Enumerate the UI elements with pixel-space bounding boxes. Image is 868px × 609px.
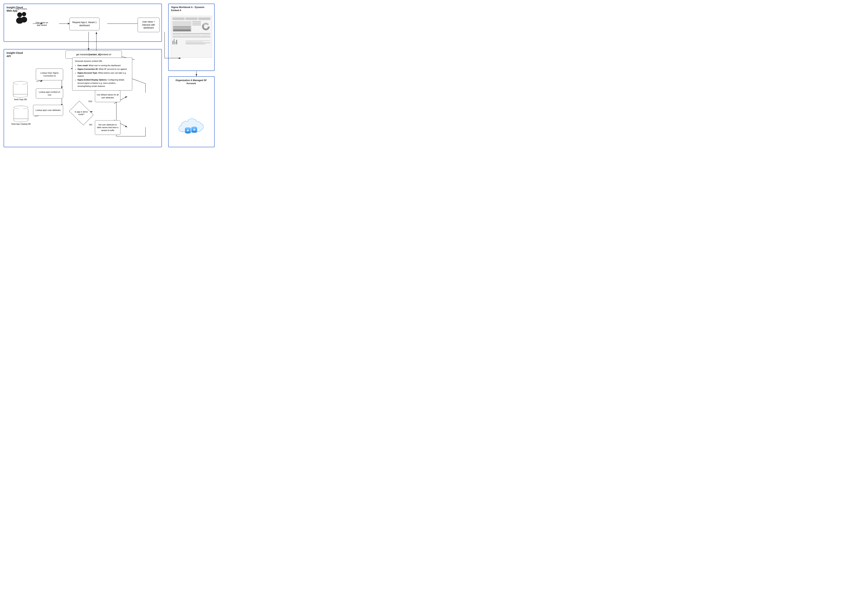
user-views-interacts-box: User views + interacts with dashboard [138,18,160,32]
preview-text-bar1 [192,21,201,22]
seek-app-catalog-label: Seek App Catalog DB [11,123,31,125]
ptr1 [186,40,211,41]
generate-title: Generate dynamic embed URL [75,60,129,63]
lookup-org-sigma-box: Lookup Org's Sigma Connection id [36,68,63,80]
preview-chart-bar3 [173,29,191,31]
svg-point-39 [191,131,197,133]
preview-chart-left [172,21,192,32]
svg-point-35 [185,131,191,134]
svg-point-41 [187,130,189,131]
seek-orgs-label: Seek Orgs DB [14,98,27,101]
user-views-label: User views an app variant [34,21,49,26]
users-icon [14,11,29,24]
org-users-label: Org A Users [14,8,29,10]
preview-divider-bar [172,33,211,34]
sigma-preview-area [171,16,212,57]
request-app-box: Request App A, Variant 1 dashboard [70,18,99,30]
preview-text-col [192,21,201,32]
preview-bottom-row [172,38,211,44]
cylinder-top-2 [14,106,28,109]
generate-item-conn-id: Sigma Connection ID: What SF account to … [78,68,129,71]
svg-point-40 [191,127,197,129]
preview-bar-chart2 [172,38,185,44]
svg-point-36 [185,127,191,130]
preview-chart-bar2 [173,28,191,29]
cloud-icon-area [175,115,208,139]
ptr4 [186,43,206,44]
cloud-db-icon [177,115,206,139]
generate-item-display-opts: Sigma Embed Display Options: Configuring… [78,78,129,88]
seek-app-catalog-db: Seek App Catalog DB [11,106,31,125]
demo-mode-diamond-container: Is app in demo mode? YES NO [70,104,93,122]
generate-item-account-type: Sigma Account Type: What actions user ca… [78,71,129,78]
preview-row2 [172,35,211,36]
svg-point-28 [17,12,22,17]
demo-mode-text: Is app in demo mode? [70,104,93,122]
use-default-values-box: Use default values for all user attribut… [95,90,120,102]
generate-item-email: User email: What user is running the das… [78,64,129,67]
org-sf-label: Organization A Managed SF Account [171,79,211,85]
generate-items-list: User email: What user is running the das… [75,64,129,88]
cylinder-body-2 [14,109,28,119]
cylinder-top [13,81,28,85]
api-container: Insight Cloud API Lookup Org's Sigma Con… [4,49,162,147]
org-sf-box: Organization A Managed SF Account [168,76,215,147]
api-label: Insight Cloud API [6,51,23,58]
preview-bar3 [198,17,211,20]
preview-donut-area [202,21,211,32]
preview-bar1 [172,17,184,20]
cylinder-body [13,84,28,94]
cylinder-bottom-2 [14,119,28,122]
preview-chart-bar1 [173,26,191,28]
web-app-container: Insight Cloud Web App Org A Users User v… [4,4,162,42]
ptr3 [186,43,211,43]
preview-top-row [172,17,211,20]
svg-point-42 [193,129,195,131]
main-diagram: Insight Cloud Web App Org A Users User v… [4,4,215,149]
preview-row2-bar1 [172,35,182,36]
bc2-b4 [176,40,177,44]
lookup-embed-url-box: Lookup app's embed url root [36,88,63,99]
yes-label: YES [88,100,92,102]
svg-point-26 [22,12,26,16]
org-users-group: Org A Users [14,8,29,24]
preview-row2-bar2 [182,35,201,36]
svg-point-32 [205,25,207,28]
ptr2 [186,42,203,42]
preview-divider2 [172,36,211,37]
preview-text-bar2 [192,23,201,24]
preview-donut-chart [202,23,210,31]
lookup-user-attrs-box: Lookup app's user attributes [33,105,63,116]
preview-mid-row [172,21,211,32]
no-label: NO [89,124,92,126]
bc2-b2 [174,39,175,44]
seek-orgs-db: Seek Orgs DB [13,81,28,101]
preview-bar2 [185,17,197,20]
cylinder-bottom [13,94,28,97]
sigma-workbook-box: Sigma Workbook A - Dynamic Embed A [168,4,215,71]
preview-row2-bar3 [201,35,211,36]
generate-embed-box: Generate dynamic embed URL User email: W… [72,57,132,91]
preview-text-right [186,40,211,44]
sigma-workbook-label: Sigma Workbook A - Dynamic Embed A [171,6,205,12]
preview-text-bar3 [192,24,201,25]
set-user-attrs-box: Set user attributes to table names that … [95,120,120,135]
bc2-b1 [172,41,173,44]
bc2-b3 [175,42,176,44]
svg-point-29 [16,17,23,24]
